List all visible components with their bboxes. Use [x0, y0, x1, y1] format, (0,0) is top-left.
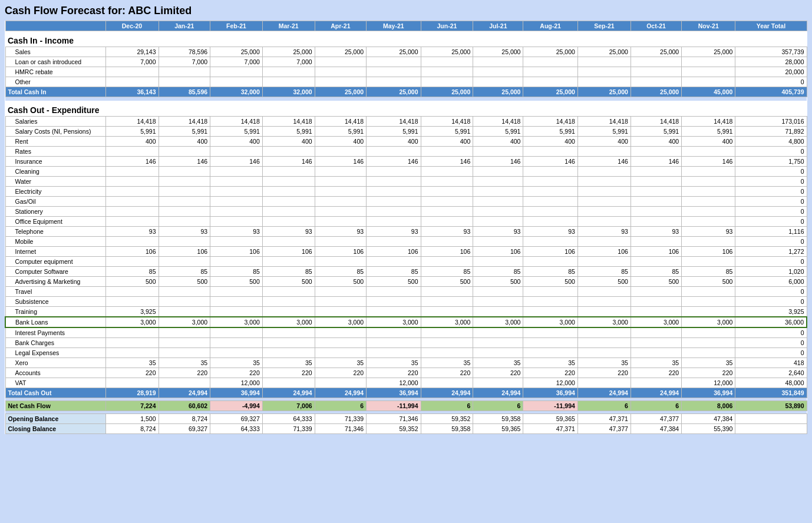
- closing-balance-value: 71,339: [262, 423, 315, 433]
- cell-value: 14,418: [631, 116, 681, 126]
- cell-value: 7,000: [159, 57, 210, 67]
- cell-value: 93: [631, 226, 681, 236]
- cell-value: [523, 146, 577, 156]
- cell-value: 14,418: [577, 116, 631, 126]
- col-may21: May-21: [367, 21, 421, 31]
- cell-value: 146: [315, 156, 367, 166]
- row-label: Legal Expenses: [5, 347, 105, 358]
- cell-value: 35: [315, 358, 367, 368]
- cell-value: 5,991: [682, 126, 735, 136]
- closing-balance-row: Closing Balance8,72469,32764,33371,33971…: [5, 423, 807, 433]
- cell-value: [210, 306, 263, 317]
- cell-value: [262, 378, 315, 388]
- net-cash-flow-value: -11,994: [523, 400, 577, 411]
- cell-value: 220: [523, 368, 577, 378]
- col-jun21: Jun-21: [421, 21, 473, 31]
- cell-value: [421, 296, 473, 306]
- cell-value: 3,925: [735, 306, 807, 317]
- cell-value: 146: [262, 156, 315, 166]
- cell-value: 500: [367, 276, 421, 286]
- cell-value: 357,739: [735, 47, 807, 57]
- cell-value: [262, 146, 315, 156]
- row-label: Computer equipment: [5, 256, 105, 266]
- net-cash-flow-value: 60,602: [159, 400, 210, 411]
- cell-value: [577, 57, 631, 67]
- cell-value: 36,143: [105, 87, 159, 97]
- cell-value: 220: [210, 368, 263, 378]
- cell-value: [315, 166, 367, 176]
- cell-value: [367, 216, 421, 226]
- cell-value: [105, 67, 159, 77]
- cell-value: [682, 166, 735, 176]
- cell-value: [210, 296, 263, 306]
- cell-value: 85: [682, 266, 735, 276]
- col-sep21: Sep-21: [577, 21, 631, 31]
- net-cash-flow-value: 6: [421, 400, 473, 411]
- cell-value: [631, 166, 681, 176]
- cell-value: 3,000: [159, 317, 210, 327]
- cell-value: 400: [577, 136, 631, 146]
- cell-value: 146: [105, 156, 159, 166]
- cell-value: [421, 186, 473, 196]
- cell-value: 3,000: [105, 317, 159, 327]
- cell-value: [523, 216, 577, 226]
- cell-value: 85: [210, 266, 263, 276]
- cell-value: [682, 186, 735, 196]
- cell-value: 29,143: [105, 47, 159, 57]
- cell-value: [367, 186, 421, 196]
- cell-value: 3,000: [421, 317, 473, 327]
- cell-value: 3,000: [523, 317, 577, 327]
- cell-value: [631, 306, 681, 317]
- cell-value: 400: [421, 136, 473, 146]
- cell-value: [577, 337, 631, 347]
- cell-value: 3,000: [631, 317, 681, 327]
- cell-value: 4,800: [735, 136, 807, 146]
- cell-value: [159, 337, 210, 347]
- cell-value: 500: [473, 276, 523, 286]
- cell-value: 0: [735, 337, 807, 347]
- cell-value: 0: [735, 347, 807, 358]
- row-label: Rent: [5, 136, 105, 146]
- row-label: Electricity: [5, 186, 105, 196]
- cell-value: 25,000: [367, 47, 421, 57]
- cell-value: [367, 327, 421, 338]
- opening-balance-value: 71,346: [367, 413, 421, 423]
- cell-value: [367, 256, 421, 266]
- cell-value: 12,000: [367, 378, 421, 388]
- row-label: Bank Loans: [5, 317, 105, 327]
- cell-value: [421, 77, 473, 87]
- cell-value: 106: [367, 246, 421, 256]
- cell-value: 106: [631, 246, 681, 256]
- cell-value: [577, 166, 631, 176]
- cell-value: [523, 57, 577, 67]
- cell-value: [523, 166, 577, 176]
- net-cash-flow-value: 8,006: [682, 400, 735, 411]
- cell-value: [210, 327, 263, 338]
- cell-value: [473, 378, 523, 388]
- cell-value: [473, 57, 523, 67]
- cell-value: [523, 296, 577, 306]
- cell-value: 24,994: [262, 388, 315, 398]
- cell-value: [367, 206, 421, 216]
- cell-value: [523, 176, 577, 186]
- cell-value: 1,272: [735, 246, 807, 256]
- cell-value: 35: [105, 358, 159, 368]
- col-mar21: Mar-21: [262, 21, 315, 31]
- cell-value: [473, 296, 523, 306]
- closing-balance-value: 59,352: [367, 423, 421, 433]
- row-label: Other: [5, 77, 105, 87]
- row-label: Office Equipment: [5, 216, 105, 226]
- cell-value: 25,000: [523, 87, 577, 97]
- cell-value: [159, 196, 210, 206]
- cell-value: 220: [473, 368, 523, 378]
- cell-value: 0: [735, 166, 807, 176]
- cell-value: [262, 327, 315, 338]
- cell-value: 5,991: [315, 126, 367, 136]
- cell-value: 0: [735, 296, 807, 306]
- cell-value: [105, 196, 159, 206]
- cell-value: [262, 166, 315, 176]
- cell-value: [473, 166, 523, 176]
- cell-value: 400: [315, 136, 367, 146]
- col-year-total: Year Total: [735, 21, 807, 31]
- cell-value: 400: [262, 136, 315, 146]
